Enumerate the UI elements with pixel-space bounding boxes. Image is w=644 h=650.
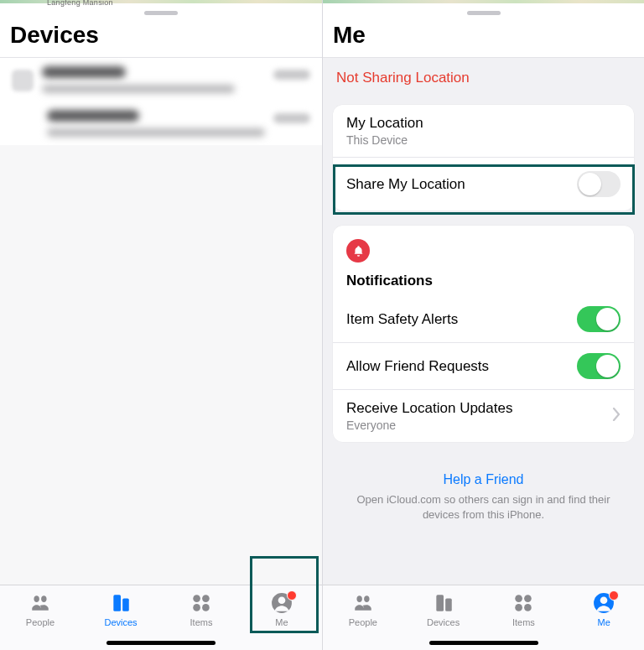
svg-point-10 bbox=[516, 595, 523, 602]
svg-point-12 bbox=[516, 604, 523, 611]
tab-people[interactable]: People bbox=[323, 585, 403, 650]
tab-people[interactable]: People bbox=[0, 585, 80, 650]
svg-rect-8 bbox=[436, 595, 444, 611]
svg-point-11 bbox=[524, 595, 532, 602]
receive-location-updates-label: Receive Location Updates bbox=[346, 400, 612, 417]
item-safety-alerts-row: Item Safety Alerts bbox=[333, 296, 634, 342]
device-location-redacted bbox=[47, 128, 265, 137]
people-icon bbox=[29, 592, 51, 614]
my-location-row[interactable]: My Location This Device bbox=[333, 105, 634, 157]
help-a-friend-link[interactable]: Help a Friend bbox=[346, 472, 621, 487]
tab-label: Me bbox=[275, 617, 288, 627]
device-row[interactable] bbox=[0, 58, 322, 101]
page-title: Devices bbox=[10, 22, 312, 49]
home-indicator bbox=[106, 641, 216, 645]
device-name-redacted bbox=[47, 110, 139, 122]
devices-icon bbox=[110, 592, 132, 614]
svg-rect-1 bbox=[122, 599, 129, 611]
my-location-value: This Device bbox=[346, 133, 621, 147]
badge-dot bbox=[609, 590, 619, 601]
share-my-location-label: Share My Location bbox=[346, 176, 577, 193]
badge-dot bbox=[287, 590, 297, 601]
home-indicator bbox=[429, 641, 538, 645]
device-distance-redacted bbox=[273, 113, 310, 123]
notifications-group: Notifications Item Safety Alerts Allow F… bbox=[333, 226, 634, 442]
sheet-grabber[interactable] bbox=[323, 3, 644, 22]
devices-panel: Langfeng Mansion Devices bbox=[0, 0, 322, 650]
people-icon bbox=[352, 592, 374, 614]
tab-label: Me bbox=[597, 617, 610, 627]
svg-point-3 bbox=[202, 595, 210, 602]
allow-friend-requests-row: Allow Friend Requests bbox=[333, 342, 634, 389]
receive-location-updates-row[interactable]: Receive Location Updates Everyone bbox=[333, 389, 634, 442]
chevron-right-icon bbox=[612, 408, 621, 424]
notifications-heading: Notifications bbox=[346, 273, 621, 289]
tab-me[interactable]: Me bbox=[564, 585, 644, 650]
device-row[interactable] bbox=[0, 101, 322, 145]
items-icon bbox=[190, 592, 212, 614]
tab-label: People bbox=[26, 617, 55, 627]
tab-label: Devices bbox=[427, 617, 460, 627]
svg-rect-0 bbox=[113, 595, 121, 611]
me-panel: Me Not Sharing Location My Location This… bbox=[322, 0, 644, 650]
me-header: Me bbox=[323, 22, 644, 57]
bell-icon bbox=[346, 239, 370, 263]
device-location-redacted bbox=[42, 85, 235, 93]
tab-label: Devices bbox=[104, 617, 137, 627]
tab-label: Items bbox=[512, 617, 535, 627]
items-icon bbox=[512, 592, 534, 614]
svg-point-13 bbox=[524, 604, 532, 611]
svg-point-7 bbox=[278, 596, 286, 604]
receive-location-updates-value: Everyone bbox=[346, 419, 612, 432]
device-distance-redacted bbox=[273, 70, 310, 80]
share-my-location-row: Share My Location bbox=[333, 157, 634, 211]
item-safety-alerts-toggle[interactable] bbox=[577, 306, 621, 332]
tab-label: Items bbox=[190, 617, 213, 627]
help-section: Help a Friend Open iCloud.com so others … bbox=[323, 457, 644, 537]
sharing-status: Not Sharing Location bbox=[323, 58, 644, 105]
device-name-redacted bbox=[42, 66, 126, 78]
me-content: Not Sharing Location My Location This De… bbox=[323, 58, 644, 585]
device-icon bbox=[12, 70, 34, 91]
devices-icon bbox=[433, 592, 454, 614]
tab-label: People bbox=[349, 617, 377, 627]
svg-point-15 bbox=[600, 596, 608, 604]
location-group: My Location This Device Share My Locatio… bbox=[333, 105, 634, 211]
allow-friend-requests-label: Allow Friend Requests bbox=[346, 358, 577, 375]
allow-friend-requests-toggle[interactable] bbox=[577, 353, 621, 379]
tab-me[interactable]: Me bbox=[242, 585, 322, 650]
map-poi-label: Langfeng Mansion bbox=[47, 0, 113, 7]
help-subtext: Open iCloud.com so others can sign in an… bbox=[346, 492, 621, 522]
my-location-label: My Location bbox=[346, 115, 621, 132]
devices-header: Devices bbox=[0, 22, 322, 57]
svg-rect-9 bbox=[445, 599, 452, 611]
devices-list bbox=[0, 58, 322, 585]
svg-point-5 bbox=[202, 604, 210, 611]
svg-point-4 bbox=[193, 604, 200, 611]
page-title: Me bbox=[333, 22, 634, 49]
svg-point-2 bbox=[193, 595, 200, 602]
item-safety-alerts-label: Item Safety Alerts bbox=[346, 311, 577, 328]
share-my-location-toggle[interactable] bbox=[577, 171, 621, 197]
